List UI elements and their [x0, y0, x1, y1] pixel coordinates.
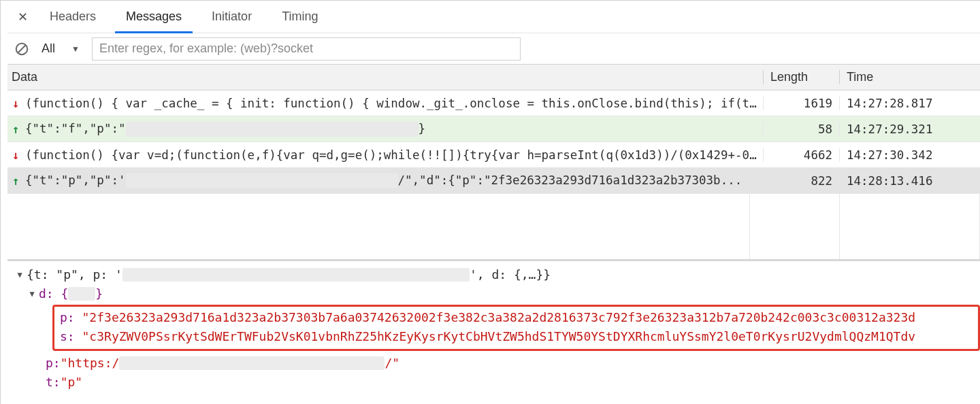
tree-leaf-p2[interactable]: p: "https:/ /": [14, 354, 980, 373]
messages-table-body: ↓ (function() { var _cache_ = { init: fu…: [7, 90, 980, 194]
disclosure-triangle-icon[interactable]: ▼: [14, 265, 25, 284]
message-type-dropdown[interactable]: All ▼: [37, 40, 85, 57]
disclosure-triangle-icon[interactable]: ▼: [27, 284, 37, 303]
filter-bar: All ▼: [7, 33, 980, 65]
redacted-block: [68, 287, 95, 301]
close-icon[interactable]: ✕: [13, 10, 32, 24]
message-data: {"t":"f","p":"}: [25, 122, 763, 137]
column-time[interactable]: Time: [840, 70, 980, 84]
message-length: 58: [764, 122, 840, 136]
tree-leaf-p[interactable]: p: "2f3e26323a293d716a1d323a2b37303b7a6a…: [54, 308, 978, 327]
message-length: 822: [764, 174, 840, 188]
tab-messages[interactable]: Messages: [114, 1, 194, 33]
arrow-down-icon: ↓: [10, 148, 21, 162]
svg-line-1: [18, 45, 26, 52]
message-data: (function() { var _cache_ = { init: func…: [25, 97, 763, 110]
arrow-down-icon: ↓: [10, 97, 21, 110]
message-time: 14:27:30.342: [840, 148, 980, 162]
redacted-block: [122, 268, 470, 282]
tab-initiator[interactable]: Initiator: [199, 1, 264, 33]
network-messages-panel: ✕ Headers Messages Initiator Timing All …: [0, 0, 980, 404]
message-length: 4662: [764, 148, 840, 162]
tab-headers[interactable]: Headers: [37, 1, 108, 33]
detail-tabs: ✕ Headers Messages Initiator Timing: [7, 1, 980, 33]
arrow-up-icon: ↑: [10, 174, 21, 188]
chevron-down-icon: ▼: [71, 44, 80, 54]
table-row[interactable]: ↓ (function() { var _cache_ = { init: fu…: [7, 90, 980, 116]
tab-timing[interactable]: Timing: [270, 1, 330, 33]
redacted-block: [126, 173, 398, 188]
arrow-up-icon: ↑: [10, 122, 21, 136]
table-row[interactable]: ↓ (function() {var v=d;(function(e,f){va…: [7, 142, 980, 168]
tree-node-d[interactable]: ▼ d: { }: [14, 284, 980, 303]
dropdown-label: All: [42, 41, 55, 56]
message-data: (function() {var v=d;(function(e,f){var …: [25, 148, 763, 162]
message-time: 14:27:28.817: [840, 97, 980, 110]
redacted-block: [119, 356, 385, 370]
message-time: 14:27:29.321: [840, 122, 980, 136]
message-length: 1619: [764, 97, 840, 110]
tree-leaf-s[interactable]: s: "c3RyZWV0PSsrKytSdWErTWFub2VsK01vbnRh…: [54, 327, 978, 346]
clear-icon[interactable]: [13, 40, 31, 58]
annotation-highlight: p: "2f3e26323a293d716a1d323a2b37303b7a6a…: [52, 305, 980, 351]
message-data: {"t":"p","p":'/","d":{"p":"2f3e26323a293…: [25, 173, 763, 188]
messages-table-header: Data Length Time: [7, 65, 980, 90]
redacted-block: [126, 122, 419, 137]
tree-root[interactable]: ▼ {t: "p", p: ' ', d: {,…}}: [14, 265, 980, 284]
column-data[interactable]: Data: [7, 70, 764, 84]
empty-rows-gap: [7, 194, 980, 259]
table-row[interactable]: ↑ {"t":"f","p":"} 58 14:27:29.321: [7, 116, 980, 142]
column-length[interactable]: Length: [764, 70, 840, 84]
regex-filter-input[interactable]: [92, 37, 521, 61]
message-time: 14:28:13.416: [840, 174, 980, 188]
tree-leaf-t[interactable]: t: "p": [14, 373, 980, 392]
message-detail-tree: ▼ {t: "p", p: ' ', d: {,…}} ▼ d: { } p: …: [7, 261, 980, 392]
table-row[interactable]: ↑ {"t":"p","p":'/","d":{"p":"2f3e26323a2…: [7, 168, 980, 194]
